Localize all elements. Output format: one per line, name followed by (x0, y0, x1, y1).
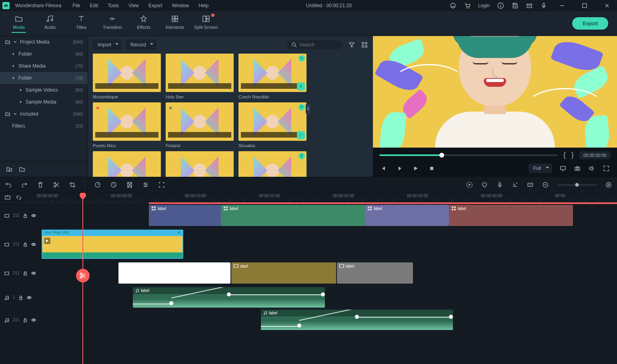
menu-export[interactable]: Export (148, 3, 162, 8)
track-body[interactable]: startlabel (37, 260, 617, 286)
video-clip[interactable]: Hue Vlog • 004▾ (42, 230, 183, 259)
display-icon[interactable] (559, 165, 567, 172)
tool-tab-elements[interactable]: Elements (159, 11, 190, 36)
playhead[interactable] (82, 193, 83, 364)
eye-icon[interactable] (26, 295, 32, 300)
audio-clip[interactable]: label (133, 287, 325, 308)
video-clip[interactable] (118, 262, 230, 284)
minimize-button[interactable] (555, 0, 570, 11)
tool-tab-titles[interactable]: Titles (66, 11, 97, 36)
audio-mixer-icon[interactable] (511, 181, 519, 188)
media-thumb[interactable]: Mozambique (93, 54, 161, 99)
zoom-fit-icon[interactable] (605, 181, 612, 188)
split-icon[interactable] (53, 181, 60, 188)
eye-icon[interactable] (31, 213, 36, 218)
menu-file[interactable]: File (72, 3, 80, 8)
quality-dropdown[interactable]: Full (529, 164, 552, 173)
tool-tab-audio[interactable]: Audio (34, 11, 66, 36)
fullscreen-icon[interactable] (603, 165, 610, 172)
sidebar-item-filters[interactable]: Filters[29] (0, 120, 88, 132)
menu-view[interactable]: View (128, 3, 139, 8)
speed-icon[interactable] (94, 181, 101, 188)
close-button[interactable] (599, 0, 615, 11)
tool-tab-split-screen[interactable]: Split Screen (190, 11, 222, 36)
sidebar-item-folder[interactable]: Folder[89] (0, 48, 88, 60)
link-icon[interactable] (15, 194, 22, 201)
detect-icon[interactable] (158, 181, 165, 188)
filter-icon[interactable] (348, 41, 355, 48)
media-thumb[interactable]: +Czech Republic (238, 54, 306, 99)
tool-tab-effects[interactable]: Effects (128, 11, 159, 36)
zoom-slider[interactable] (557, 184, 597, 186)
login-link[interactable]: Login (478, 3, 490, 8)
next-frame-icon[interactable] (396, 165, 403, 172)
mail-icon[interactable] (526, 2, 533, 9)
label-clip[interactable]: label (365, 205, 449, 226)
maximize-button[interactable] (577, 0, 592, 11)
volume-icon[interactable] (588, 165, 595, 172)
support-icon[interactable] (449, 2, 457, 9)
caption-icon[interactable] (527, 181, 534, 188)
render-icon[interactable] (466, 181, 473, 188)
cart-icon[interactable] (464, 2, 471, 9)
search-input[interactable] (299, 42, 335, 48)
sidebar-item-share-media[interactable]: Share Media[78] (0, 60, 88, 72)
export-button[interactable]: Export (572, 17, 608, 30)
chevron-down-icon[interactable]: ▾ (178, 230, 180, 236)
grid-view-icon[interactable] (361, 41, 368, 48)
menu-window[interactable]: Window (172, 3, 189, 8)
crop-icon[interactable] (69, 181, 76, 188)
tool-tab-media[interactable]: Media (3, 11, 34, 36)
lock-icon[interactable] (23, 318, 28, 322)
label-clip[interactable]: start (231, 262, 336, 284)
eye-icon[interactable] (31, 242, 36, 247)
media-thumb[interactable]: ♥Puerto Rico (93, 102, 161, 148)
sidebar-item-sample-videos[interactable]: Sample Videos[68] (0, 84, 88, 96)
mark-out-icon[interactable]: } (571, 151, 574, 159)
new-folder-icon[interactable] (6, 166, 13, 173)
audio-clip[interactable]: label (261, 310, 453, 330)
sidebar-item-folder[interactable]: Folder[78] (0, 72, 88, 84)
media-thumb[interactable]: ♥Finland (166, 102, 234, 148)
eye-icon[interactable] (31, 317, 36, 323)
tool-tab-transition[interactable]: Transition (97, 11, 128, 36)
media-thumb[interactable] (238, 151, 306, 177)
track-add-icon[interactable] (4, 194, 11, 201)
record-dropdown[interactable]: Record (126, 40, 156, 50)
search-box[interactable] (286, 40, 343, 49)
track-body[interactable]: labellabellabellabel (37, 202, 617, 228)
lock-icon[interactable] (18, 295, 23, 300)
mark-in-icon[interactable]: { (563, 151, 566, 159)
menu-tools[interactable]: Tools (108, 3, 119, 8)
collapse-panel-icon[interactable] (306, 104, 311, 114)
eye-icon[interactable] (31, 270, 36, 276)
lock-icon[interactable] (23, 271, 28, 276)
play-icon[interactable] (412, 165, 419, 172)
label-clip[interactable]: label (149, 205, 221, 226)
sidebar-item-included[interactable]: Included[498] (0, 108, 88, 120)
info-icon[interactable] (497, 2, 504, 9)
redo-icon[interactable] (21, 181, 28, 188)
snapshot-icon[interactable] (574, 165, 581, 172)
heart-icon[interactable]: ♥ (96, 105, 99, 111)
media-thumb[interactable]: Holy See (166, 54, 234, 99)
label-clip[interactable]: label (221, 205, 365, 226)
new-folder-alt-icon[interactable] (18, 166, 26, 173)
delete-icon[interactable] (37, 181, 44, 188)
track-body[interactable]: label (37, 309, 617, 331)
sidebar-item-project-media[interactable]: Project Media[889] (0, 36, 88, 48)
color-icon[interactable] (110, 181, 117, 188)
menu-edit[interactable]: Edit (90, 3, 98, 8)
preview-timecode[interactable]: 00:00:00:00 (579, 151, 611, 159)
label-clip[interactable]: label (449, 205, 573, 226)
zoom-out-icon[interactable] (542, 181, 549, 188)
preview-canvas[interactable] (373, 36, 617, 148)
import-dropdown[interactable]: Import (93, 40, 122, 50)
media-thumb[interactable] (166, 151, 234, 177)
lock-icon[interactable] (23, 242, 28, 247)
marker-icon[interactable] (481, 181, 488, 188)
menu-help[interactable]: Help (198, 3, 208, 8)
media-thumb[interactable] (93, 151, 161, 177)
lock-icon[interactable] (23, 213, 28, 218)
voiceover-icon[interactable] (496, 181, 503, 188)
